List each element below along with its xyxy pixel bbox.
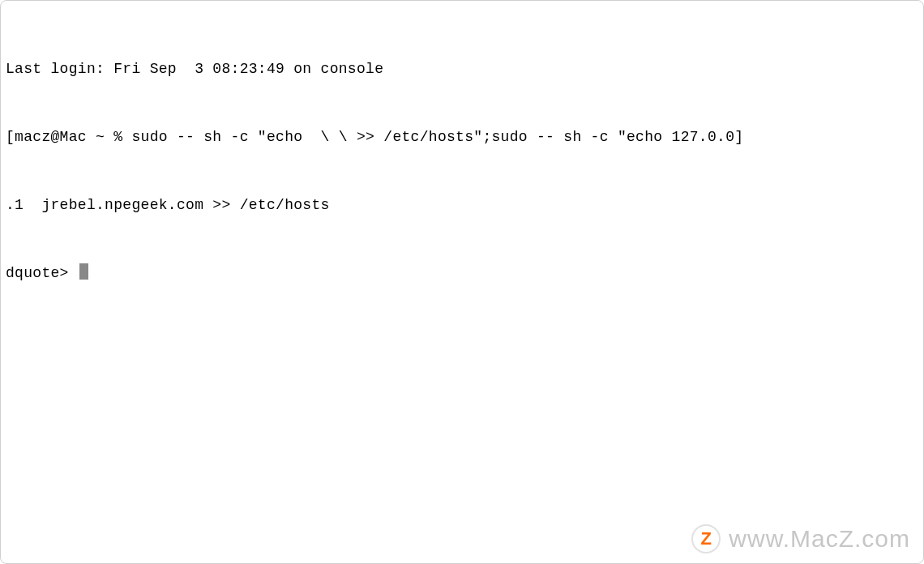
terminal-line-command-1: [macz@Mac ~ % sudo -- sh -c "echo \ \ >>… bbox=[6, 126, 918, 148]
watermark-text: www.MacZ.com bbox=[729, 528, 910, 550]
watermark-logo-letter: Z bbox=[701, 528, 712, 550]
terminal-line-command-2: .1 jrebel.npegeek.com >> /etc/hosts bbox=[6, 194, 918, 216]
watermark: Z www.MacZ.com bbox=[691, 524, 910, 553]
terminal-cursor bbox=[79, 263, 88, 280]
terminal-prompt-text: dquote> bbox=[6, 265, 78, 281]
terminal-line-prompt: dquote> bbox=[6, 262, 918, 284]
terminal-line-last-login: Last login: Fri Sep 3 08:23:49 on consol… bbox=[6, 58, 918, 80]
watermark-logo-icon: Z bbox=[691, 524, 721, 553]
terminal-output[interactable]: Last login: Fri Sep 3 08:23:49 on consol… bbox=[1, 1, 923, 312]
